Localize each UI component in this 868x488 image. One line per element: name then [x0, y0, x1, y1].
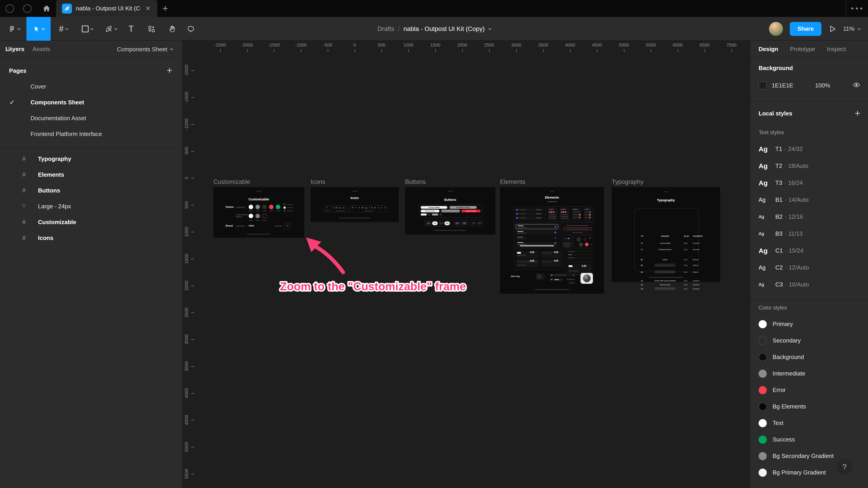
page-row[interactable]: Cover: [0, 78, 182, 94]
text-tool-button[interactable]: T: [125, 17, 137, 41]
button-row-1: Connect WalletInsufficient Funds: [418, 206, 483, 209]
ruler-tick-label: -2000: [241, 42, 253, 48]
ruler-tick-label: 5000: [619, 42, 629, 48]
hand-tool-button[interactable]: [165, 17, 179, 41]
resources-tool-button[interactable]: [145, 17, 158, 41]
layer-row[interactable]: # Buttons: [0, 183, 182, 198]
color-style-row[interactable]: Text: [750, 415, 868, 431]
breadcrumb-file-name[interactable]: nabla - Outpost UI Kit (Copy): [403, 25, 485, 33]
background-hex-value[interactable]: 1E1E1E: [772, 82, 801, 89]
frame-title-icons[interactable]: Icons: [311, 178, 325, 185]
layer-row[interactable]: # Icons: [0, 230, 182, 246]
legend-row: [283, 203, 293, 205]
comment-tool-button[interactable]: [185, 17, 198, 41]
color-style-row[interactable]: Error: [750, 382, 868, 398]
chevron-down-icon: [65, 27, 68, 30]
color-style-row[interactable]: Background: [750, 349, 868, 365]
page-row[interactable]: ✓ Components Sheet: [0, 94, 182, 110]
thumb-brand-text: nabla: [612, 191, 720, 193]
ruler-tick-label: 7000: [726, 42, 737, 48]
home-button[interactable]: [42, 4, 51, 13]
figma-logo-icon: [8, 25, 16, 33]
chevron-down-icon: [114, 27, 117, 30]
annotation-arrow-head: [306, 237, 321, 252]
ruler-tick-label: 1500: [430, 42, 440, 48]
page-row[interactable]: Frontend Platform Interface: [0, 126, 182, 142]
move-tool-button[interactable]: [26, 17, 51, 41]
help-button[interactable]: ?: [836, 459, 852, 475]
shape-tool-button[interactable]: [78, 17, 97, 41]
footer-text-bar: [434, 230, 466, 231]
background-opacity-value[interactable]: 100%: [815, 82, 830, 89]
text-style-sample: Ag: [758, 162, 775, 170]
add-page-button[interactable]: +: [166, 65, 172, 76]
text-style-row[interactable]: Ag C1 · 15/24: [750, 242, 868, 259]
text-style-row[interactable]: Ag B1 · 14/Auto: [750, 191, 868, 208]
frame-typography[interactable]: nabla Typography T1 Convert 24 pt Semibo…: [612, 187, 720, 282]
color-style-row[interactable]: Bg Elements: [750, 398, 868, 415]
layer-row[interactable]: # Typography: [0, 151, 182, 167]
zoom-menu[interactable]: 11%: [843, 25, 860, 32]
color-style-swatch: [758, 369, 767, 378]
tab-prototype[interactable]: Prototype: [790, 46, 815, 53]
ruler-tick-label: -2000: [184, 65, 189, 76]
nav-forward-circle-icon[interactable]: [23, 4, 32, 13]
frame-tool-button[interactable]: #: [54, 17, 72, 41]
text-style-row[interactable]: Ag B2 · 12/16: [750, 208, 868, 225]
color-style-row[interactable]: Intermediate: [750, 365, 868, 382]
breadcrumb-folder[interactable]: Drafts: [377, 25, 395, 33]
frame-title-buttons[interactable]: Buttons: [405, 178, 426, 185]
tab-close-icon[interactable]: ✕: [145, 4, 151, 13]
layer-row[interactable]: # Elements: [0, 167, 182, 183]
frame-customizable[interactable]: nabla Customizable Palette Components: [213, 187, 304, 238]
tab-inspect[interactable]: Inspect: [827, 46, 846, 53]
button-row-2: Recover FundsConnect with recovery addre…: [418, 210, 483, 213]
text-style-row[interactable]: Ag T2 · 18/Auto: [750, 158, 868, 174]
nav-back-circle-icon[interactable]: [5, 4, 14, 13]
tab-design[interactable]: Design: [758, 46, 778, 53]
main-menu-button[interactable]: [4, 17, 24, 41]
frame-icons[interactable]: nabla Icons + ∨↺↑∧↓≡→ ↺✓×⇅◎!#↻●●↗: [311, 187, 399, 222]
dark-toggle-group: [470, 220, 483, 226]
present-play-icon[interactable]: [828, 25, 836, 33]
pen-tool-button[interactable]: [101, 17, 121, 41]
text-style-row[interactable]: Ag T3 · 16/24: [750, 174, 868, 191]
user-avatar[interactable]: [769, 22, 783, 36]
add-style-button[interactable]: +: [855, 108, 860, 119]
legend-dot: [283, 210, 286, 212]
chain-name-value: Nabla: [249, 225, 254, 227]
frame-buttons[interactable]: nabla Buttons Connect WalletInsufficient…: [405, 187, 495, 234]
page-row[interactable]: Documentation Asset: [0, 110, 182, 126]
active-file-tab[interactable]: nabla - Outpost UI Kit (Copy) ✕: [56, 0, 157, 17]
text-style-row[interactable]: Ag C2 · 12/Auto: [750, 259, 868, 276]
button-row-3: [418, 214, 483, 216]
share-button[interactable]: Share: [790, 22, 822, 36]
layer-row[interactable]: T Large - 24px: [0, 198, 182, 214]
frame-elements[interactable]: nabla Elements Component: [500, 187, 604, 294]
text-style-size: · 10/Auto: [785, 281, 809, 288]
color-style-row[interactable]: Success: [750, 431, 868, 448]
tab-assets[interactable]: Assets: [33, 46, 50, 53]
background-color-swatch[interactable]: [758, 81, 767, 90]
percent-pill: 10%: [438, 221, 444, 225]
legend-row: [283, 210, 293, 212]
color-style-swatch: [758, 386, 767, 394]
text-style-size: · 16/24: [784, 180, 803, 186]
window-overflow-menu-icon[interactable]: [851, 7, 864, 10]
layer-row[interactable]: # Customizable: [0, 214, 182, 230]
percent-toggle-group: 5%1%10%25%: [424, 220, 451, 226]
page-selector[interactable]: Components Sheet: [117, 41, 173, 58]
text-style-row[interactable]: Ag C3 · 10/Auto: [750, 276, 868, 293]
canvas[interactable]: -2500 -2000 -1500 -1000 -500 0 500: [183, 41, 750, 488]
frame-title-elements[interactable]: Elements: [500, 178, 526, 185]
color-style-row[interactable]: Secondary: [750, 332, 868, 349]
frame-title-customizable[interactable]: Customizable: [213, 178, 250, 185]
visibility-eye-icon[interactable]: [852, 81, 860, 90]
search-icon[interactable]: [7, 46, 14, 54]
text-style-row[interactable]: Ag T1 · 24/32: [750, 140, 868, 158]
frame-title-typography[interactable]: Typography: [612, 178, 644, 185]
web-page-label: Web Page: [511, 275, 520, 278]
new-tab-button[interactable]: +: [160, 3, 171, 14]
color-style-row[interactable]: Primary: [750, 316, 868, 332]
text-style-row[interactable]: Ag B3 · 11/13: [750, 225, 868, 242]
